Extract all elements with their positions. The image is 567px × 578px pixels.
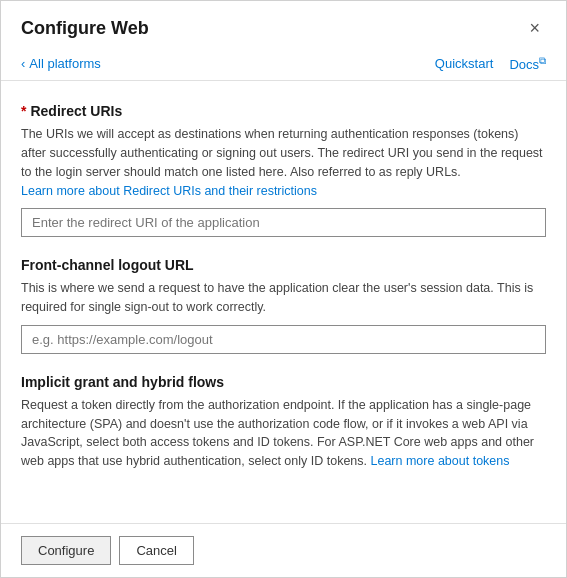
front-channel-section: Front-channel logout URL This is where w…	[21, 257, 546, 354]
redirect-uris-learn-more-link[interactable]: Learn more about Redirect URIs and their…	[21, 184, 317, 198]
close-button[interactable]: ×	[523, 17, 546, 39]
back-to-platforms-link[interactable]: ‹ All platforms	[21, 56, 101, 71]
external-link-icon: ⧉	[539, 55, 546, 66]
docs-label: Docs	[509, 57, 539, 72]
nav-right-links: Quickstart Docs⧉	[435, 55, 546, 72]
front-channel-title: Front-channel logout URL	[21, 257, 546, 273]
redirect-uris-description: The URIs we will accept as destinations …	[21, 125, 546, 200]
dialog-header: Configure Web ×	[1, 1, 566, 51]
redirect-uris-title: *Redirect URIs	[21, 103, 546, 119]
front-channel-description: This is where we send a request to have …	[21, 279, 546, 317]
dialog-title: Configure Web	[21, 18, 149, 39]
implicit-grant-section: Implicit grant and hybrid flows Request …	[21, 374, 546, 471]
redirect-uris-section: *Redirect URIs The URIs we will accept a…	[21, 103, 546, 237]
content-area: *Redirect URIs The URIs we will accept a…	[1, 80, 566, 523]
back-label: All platforms	[29, 56, 101, 71]
implicit-grant-learn-more-link[interactable]: Learn more about tokens	[371, 454, 510, 468]
cancel-button[interactable]: Cancel	[119, 536, 193, 565]
implicit-grant-description: Request a token directly from the author…	[21, 396, 546, 471]
chevron-left-icon: ‹	[21, 56, 25, 71]
required-asterisk: *	[21, 103, 26, 119]
docs-link[interactable]: Docs⧉	[509, 55, 546, 72]
implicit-grant-title: Implicit grant and hybrid flows	[21, 374, 546, 390]
redirect-uri-input[interactable]	[21, 208, 546, 237]
quickstart-link[interactable]: Quickstart	[435, 56, 494, 71]
front-channel-logout-input[interactable]	[21, 325, 546, 354]
configure-web-dialog: Configure Web × ‹ All platforms Quicksta…	[0, 0, 567, 578]
configure-button[interactable]: Configure	[21, 536, 111, 565]
nav-bar: ‹ All platforms Quickstart Docs⧉	[1, 51, 566, 80]
dialog-footer: Configure Cancel	[1, 523, 566, 577]
